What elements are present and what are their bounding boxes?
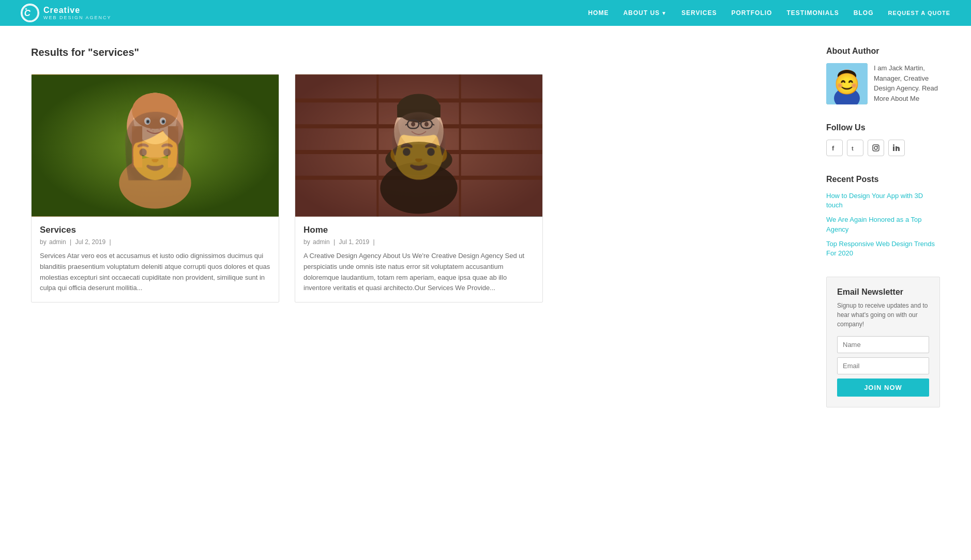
svg-point-18: [153, 130, 154, 131]
svg-point-16: [150, 128, 152, 130]
sidebar-about-author: About Author I am Jack Martin, Manager, …: [826, 47, 940, 104]
main-content: Results for "services": [31, 47, 806, 407]
nav-blog[interactable]: BLOG: [854, 9, 874, 17]
sidebar: About Author I am Jack Martin, Manager, …: [826, 47, 940, 407]
svg-rect-30: [397, 104, 441, 117]
page-body: Results for "services": [0, 26, 971, 428]
recent-post-link[interactable]: We Are Again Honored as a Top Agency: [826, 216, 922, 233]
author-avatar: [826, 63, 868, 104]
svg-point-36: [411, 122, 415, 127]
logo[interactable]: C Creative WEB DESIGN AGENCY: [21, 4, 112, 22]
recent-post-link[interactable]: How to Design Your App with 3D touch: [826, 192, 923, 209]
svg-line-34: [405, 124, 407, 125]
svg-rect-32: [421, 120, 432, 128]
recent-posts-title: Recent Posts: [826, 175, 940, 184]
post-image-services: [32, 74, 279, 217]
post-card-body: Home by admin | Jul 1, 2019 | A Creative…: [295, 217, 542, 302]
svg-point-10: [144, 117, 150, 125]
svg-rect-52: [893, 146, 894, 151]
post-title[interactable]: Home: [304, 225, 534, 235]
posts-grid: Services by admin | Jul 2, 2019 | Servic…: [31, 74, 806, 302]
site-header: C Creative WEB DESIGN AGENCY HOME ABOUT …: [0, 0, 971, 26]
svg-point-15: [162, 120, 164, 123]
author-description: I am Jack Martin, Manager, Creative Desi…: [874, 63, 940, 103]
post-date: Jul 2, 2019: [75, 238, 106, 246]
join-now-button[interactable]: JOIN NOW: [837, 379, 929, 397]
nav-services[interactable]: SERVICES: [681, 9, 717, 17]
svg-point-53: [893, 144, 894, 146]
svg-point-40: [380, 162, 457, 214]
about-author-title: About Author: [826, 47, 940, 56]
facebook-icon[interactable]: f: [826, 140, 843, 156]
twitter-icon[interactable]: t: [847, 140, 863, 156]
results-heading: Results for "services": [31, 47, 806, 58]
list-item: Top Responsive Web Design Trends For 202…: [826, 239, 940, 258]
svg-point-46: [834, 88, 860, 104]
newsletter-description: Signup to receive updates and to hear wh…: [837, 301, 929, 329]
post-card: Home by admin | Jul 1, 2019 | A Creative…: [295, 74, 543, 302]
author-card: I am Jack Martin, Manager, Creative Desi…: [826, 63, 940, 104]
newsletter-email-input[interactable]: [837, 357, 929, 374]
nav-request-quote[interactable]: REQUEST A QUOTE: [888, 10, 950, 16]
logo-icon: C: [21, 4, 39, 22]
social-icons: f t: [826, 140, 940, 156]
post-author: admin: [49, 238, 66, 246]
svg-point-14: [147, 120, 149, 123]
svg-point-13: [161, 119, 165, 124]
post-card: Services by admin | Jul 2, 2019 | Servic…: [31, 74, 279, 302]
post-image-home: [295, 74, 542, 217]
newsletter-box: Email Newsletter Signup to receive updat…: [826, 277, 940, 407]
nav-about-us[interactable]: ABOUT US ▼: [623, 9, 667, 17]
list-item: We Are Again Honored as a Top Agency: [826, 215, 940, 234]
svg-text:C: C: [24, 8, 31, 18]
svg-point-37: [424, 122, 429, 127]
svg-point-12: [146, 119, 150, 124]
svg-text:t: t: [852, 145, 854, 152]
post-meta: by admin | Jul 1, 2019 |: [304, 238, 534, 246]
post-title[interactable]: Services: [40, 225, 270, 235]
recent-posts-list: How to Design Your App with 3D touch We …: [826, 191, 940, 258]
svg-point-50: [874, 146, 877, 149]
linkedin-icon[interactable]: [888, 140, 905, 156]
svg-point-2: [25, 8, 27, 10]
chevron-down-icon: ▼: [661, 10, 667, 16]
logo-sub: WEB DESIGN AGENCY: [43, 15, 112, 20]
svg-point-6: [132, 93, 178, 129]
follow-us-title: Follow Us: [826, 123, 940, 132]
post-card-body: Services by admin | Jul 2, 2019 | Servic…: [32, 217, 279, 302]
sidebar-recent-posts: Recent Posts How to Design Your App with…: [826, 175, 940, 258]
list-item: How to Design Your App with 3D touch: [826, 191, 940, 210]
svg-point-27: [394, 103, 444, 160]
svg-line-35: [432, 124, 434, 125]
newsletter-name-input[interactable]: [837, 336, 929, 353]
post-author: admin: [313, 238, 330, 246]
svg-rect-31: [407, 120, 419, 128]
logo-name: Creative: [43, 6, 112, 15]
sidebar-follow-us: Follow Us f t: [826, 123, 940, 156]
svg-text:f: f: [832, 144, 835, 152]
svg-point-45: [848, 79, 853, 84]
svg-point-42: [838, 69, 856, 90]
post-excerpt: Services Atar vero eos et accusamus et i…: [40, 251, 270, 294]
svg-point-43: [838, 70, 856, 82]
instagram-icon[interactable]: [868, 140, 884, 156]
post-excerpt: A Creative Design Agency About Us We're …: [304, 251, 534, 294]
recent-post-link[interactable]: Top Responsive Web Design Trends For 202…: [826, 240, 935, 257]
svg-point-38: [390, 142, 447, 168]
svg-rect-49: [873, 145, 879, 151]
svg-point-44: [841, 79, 845, 84]
post-meta: by admin | Jul 2, 2019 |: [40, 238, 270, 246]
svg-rect-7: [132, 126, 142, 168]
newsletter-title: Email Newsletter: [837, 287, 929, 297]
nav-testimonials[interactable]: TESTIMONIALS: [786, 9, 839, 17]
svg-point-11: [160, 117, 166, 125]
nav-home[interactable]: HOME: [588, 9, 609, 17]
nav-portfolio[interactable]: PORTFOLIO: [731, 9, 772, 17]
svg-point-51: [877, 146, 878, 147]
svg-point-39: [385, 144, 452, 175]
post-date: Jul 1, 2019: [339, 238, 370, 246]
main-nav: HOME ABOUT US ▼ SERVICES PORTFOLIO TESTI…: [588, 9, 950, 17]
svg-rect-8: [168, 126, 178, 168]
svg-point-17: [158, 128, 160, 130]
svg-point-9: [119, 157, 191, 209]
